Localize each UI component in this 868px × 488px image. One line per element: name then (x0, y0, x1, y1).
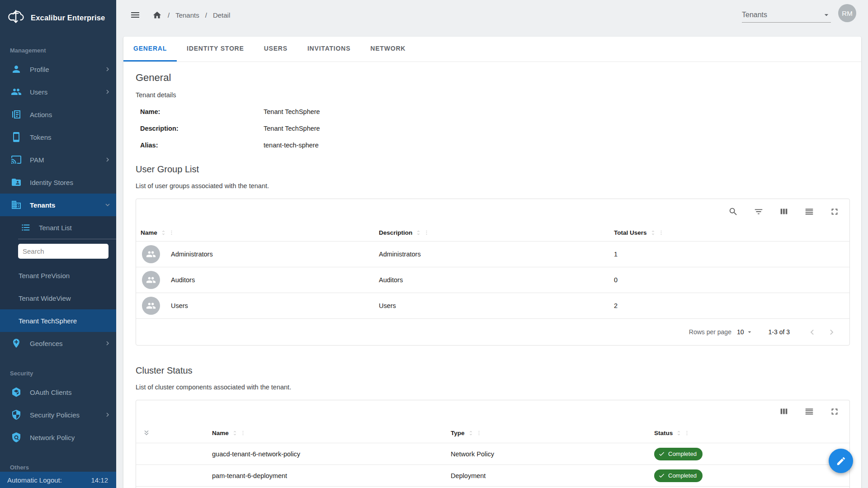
sidebar-item-oauth-clients[interactable]: OAuth Clients (0, 381, 116, 403)
policy-shield-icon (11, 432, 22, 443)
general-section-title: General (136, 72, 850, 84)
chevron-right-icon (104, 411, 112, 419)
tenant-search-input[interactable] (23, 247, 104, 255)
tab-users[interactable]: USERS (254, 37, 297, 62)
chevron-right-icon (104, 65, 112, 73)
context-select[interactable]: Tenants (742, 7, 831, 23)
breadcrumb-item-tenants[interactable]: Tenants (175, 11, 199, 19)
component-type: Deployment (446, 472, 650, 479)
density-icon[interactable] (797, 207, 822, 217)
breadcrumb-separator: / (168, 11, 170, 19)
column-menu-icon[interactable] (684, 430, 690, 436)
edit-fab-button[interactable] (829, 449, 853, 473)
sidebar-item-tenant-techsphere[interactable]: Tenant TechSphere (0, 309, 116, 332)
sort-icon[interactable] (415, 230, 421, 236)
status-label: Completed (668, 450, 697, 457)
sort-icon[interactable] (160, 230, 166, 236)
sidebar-item-label: Profile (30, 66, 49, 73)
fullscreen-icon[interactable] (822, 207, 847, 217)
breadcrumb: / Tenants / Detail (152, 10, 230, 20)
tab-identity-store[interactable]: IDENTITY STORE (177, 37, 254, 62)
column-header-description[interactable]: Description (379, 229, 412, 236)
user-avatar[interactable]: RM (838, 4, 856, 22)
hamburger-menu-icon[interactable] (130, 9, 141, 20)
column-menu-icon[interactable] (424, 230, 429, 236)
people-icon (11, 86, 22, 97)
logout-label: Automatic Logout: (7, 476, 62, 484)
component-name: pam-tenant-6-deployment (208, 472, 446, 479)
column-header-type[interactable]: Type (451, 430, 465, 436)
column-header-name[interactable]: Name (141, 229, 157, 236)
table-row[interactable]: Administrators Administrators 1 (136, 241, 849, 267)
shield-icon (11, 409, 22, 420)
tab-general[interactable]: GENERAL (123, 37, 177, 62)
sidebar-item-tenant-wideview[interactable]: Tenant WideView (0, 287, 116, 309)
sidebar-item-label: Geofences (30, 340, 63, 347)
table-pagination: Rows per page 10 1-3 of 3 (136, 318, 849, 345)
sidebar-item-tenant-prevision[interactable]: Tenant PreVision (0, 264, 116, 287)
group-avatar (142, 297, 160, 315)
fullscreen-icon[interactable] (822, 407, 847, 417)
sidebar-item-network-policy[interactable]: Network Policy (0, 426, 116, 449)
table-row[interactable]: pam-tenant-6-deployment Deployment Compl… (136, 465, 849, 487)
sidebar-item-security-policies[interactable]: Security Policies (0, 403, 116, 426)
sidebar-item-actions[interactable]: Actions (0, 103, 116, 126)
user-group-section-subtitle: List of user groups associated with the … (136, 182, 850, 190)
rows-per-page-select[interactable]: 10 (737, 328, 753, 336)
sort-icon[interactable] (468, 430, 474, 436)
home-icon[interactable] (152, 10, 162, 20)
sidebar-item-label: Network Policy (30, 434, 75, 441)
check-icon (658, 472, 665, 479)
density-icon[interactable] (797, 407, 822, 417)
automatic-logout-bar: Automatic Logout: 14:12 (0, 472, 116, 488)
field-row-name: Name: Tenant TechSphere (136, 108, 850, 115)
field-value: Tenant TechSphere (264, 125, 320, 132)
sort-icon[interactable] (232, 430, 238, 436)
section-security: Security (10, 370, 116, 377)
cloud-sword-logo-icon (6, 8, 25, 27)
sidebar-item-tokens[interactable]: Tokens (0, 126, 116, 148)
column-menu-icon[interactable] (240, 430, 246, 436)
cluster-section-title: Cluster Status (136, 365, 850, 376)
sidebar-item-tenant-list[interactable]: Tenant List (0, 216, 116, 239)
sidebar-item-identity-stores[interactable]: Identity Stores (0, 171, 116, 194)
field-label: Description: (140, 125, 264, 132)
sidebar-item-profile[interactable]: Profile (0, 58, 116, 81)
column-menu-icon[interactable] (658, 230, 664, 236)
table-row[interactable]: Users Users 2 (136, 293, 849, 318)
column-header-name[interactable]: Name (212, 430, 229, 436)
sidebar-item-label: Tenants (30, 201, 55, 209)
sidebar-item-label: Tenant List (39, 224, 72, 232)
group-name: Administrators (171, 251, 213, 258)
column-header-total-users[interactable]: Total Users (614, 229, 647, 236)
previous-page-icon[interactable] (802, 327, 822, 337)
columns-icon[interactable] (771, 407, 797, 417)
cluster-section-subtitle: List of cluster components associated wi… (136, 384, 850, 391)
sidebar-item-label: OAuth Clients (30, 389, 72, 396)
sidebar-item-label: Users (30, 88, 47, 96)
cluster-table-toolbar (136, 400, 849, 423)
sort-icon[interactable] (650, 230, 656, 236)
next-page-icon[interactable] (822, 327, 841, 337)
search-icon[interactable] (721, 207, 746, 217)
rows-per-page-label: Rows per page (689, 328, 731, 336)
tab-network[interactable]: NETWORK (360, 37, 415, 62)
sidebar-item-tenants[interactable]: Tenants (0, 194, 116, 216)
table-row[interactable]: Auditors Auditors 0 (136, 267, 849, 293)
sidebar-item-geofences[interactable]: Geofences (0, 332, 116, 355)
tab-invitations[interactable]: INVITATIONS (297, 37, 360, 62)
column-menu-icon[interactable] (169, 230, 175, 236)
table-row[interactable]: guacd-tenant-6-network-policy Network Po… (136, 443, 849, 465)
sidebar-item-users[interactable]: Users (0, 81, 116, 103)
expand-all-icon[interactable] (136, 429, 208, 437)
check-icon (658, 450, 665, 457)
rows-per-page-value: 10 (737, 328, 744, 336)
filter-icon[interactable] (746, 207, 771, 217)
column-menu-icon[interactable] (476, 430, 482, 436)
columns-icon[interactable] (771, 207, 797, 217)
column-header-status[interactable]: Status (654, 430, 673, 436)
pencil-icon (836, 456, 846, 466)
sort-icon[interactable] (676, 430, 682, 436)
status-label: Completed (668, 472, 697, 479)
sidebar-item-pam[interactable]: PAM (0, 148, 116, 171)
